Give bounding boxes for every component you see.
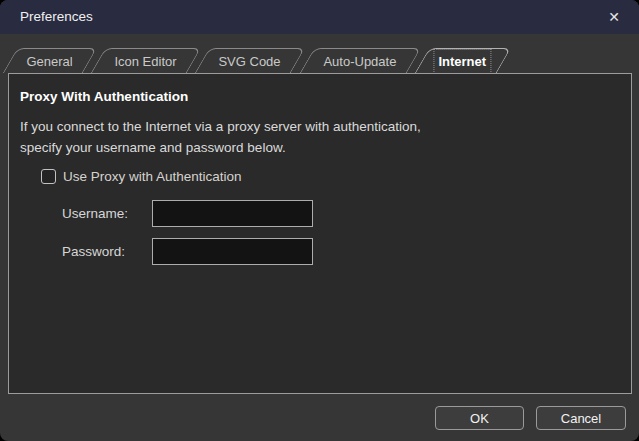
tab-icon-editor-label: Icon Editor [115, 54, 177, 69]
password-label: Password: [62, 244, 152, 259]
use-proxy-checkbox[interactable] [41, 169, 56, 184]
password-input[interactable] [152, 238, 313, 265]
cancel-button[interactable]: Cancel [536, 406, 626, 430]
dialog-footer: OK Cancel [435, 406, 626, 430]
tab-svg-code-label: SVG Code [219, 54, 281, 69]
username-row: Username: [62, 200, 313, 227]
tab-svg-code[interactable]: SVG Code [195, 48, 306, 73]
username-input[interactable] [152, 200, 313, 227]
tab-general-label: General [27, 54, 73, 69]
titlebar: Preferences ✕ [0, 0, 639, 34]
panel-heading: Proxy With Authentication [20, 89, 188, 104]
tab-icon-editor[interactable]: Icon Editor [91, 48, 202, 73]
panel-description: If you connect to the Internet via a pro… [20, 116, 421, 158]
use-proxy-checkbox-row: Use Proxy with Authentication [41, 169, 242, 184]
close-icon: ✕ [608, 9, 620, 25]
preferences-dialog: Preferences ✕ General Icon Editor SVG Co… [0, 0, 639, 441]
tab-internet-label: Internet [438, 54, 486, 69]
ok-button[interactable]: OK [435, 406, 524, 430]
tab-auto-update-label: Auto-Update [323, 54, 396, 69]
tab-general[interactable]: General [3, 48, 98, 73]
description-line-2: specify your username and password below… [20, 137, 421, 158]
tab-internet[interactable]: Internet [414, 48, 510, 73]
use-proxy-checkbox-label: Use Proxy with Authentication [63, 169, 242, 184]
password-row: Password: [62, 238, 313, 265]
window-title: Preferences [20, 0, 93, 34]
username-label: Username: [62, 206, 152, 221]
close-button[interactable]: ✕ [597, 2, 631, 32]
tab-auto-update[interactable]: Auto-Update [299, 48, 420, 73]
description-line-1: If you connect to the Internet via a pro… [20, 116, 421, 137]
tab-bar: General Icon Editor SVG Code Auto-Update… [10, 48, 511, 73]
internet-settings-panel: Proxy With Authentication If you connect… [8, 73, 632, 394]
